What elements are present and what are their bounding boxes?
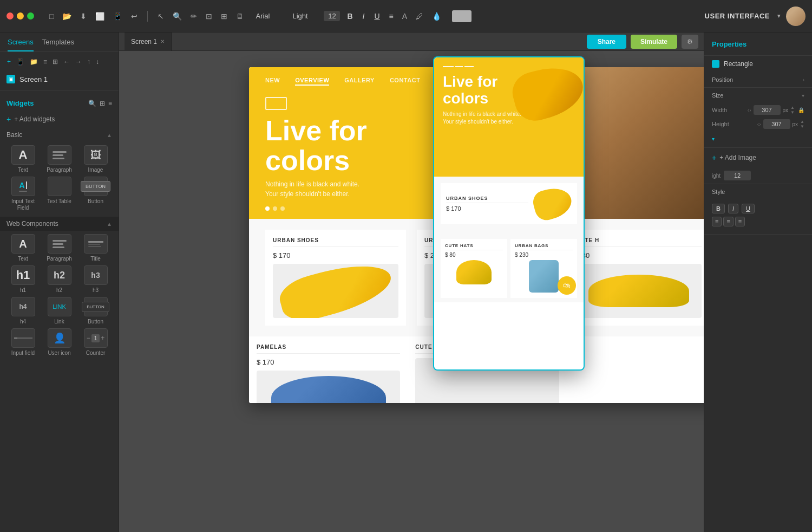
widget-wc-button[interactable]: BUTTON Button (79, 297, 112, 325)
mobile-cart-button[interactable]: 🛍 (558, 276, 576, 295)
screens-nav-down-icon[interactable]: ↓ (94, 56, 101, 67)
toolbar-tool1-icon[interactable]: ⊡ (204, 11, 214, 22)
toolbar-text-color-icon[interactable]: A (400, 11, 409, 22)
widget-paragraph[interactable]: Paragraph (43, 145, 76, 173)
toolbar-tool2-icon[interactable]: ⊞ (219, 11, 230, 22)
widget-image[interactable]: 🖼 Image (79, 145, 112, 173)
category-web-components[interactable]: Web Components ▲ (0, 217, 119, 231)
widget-wc-paragraph[interactable]: Paragraph (43, 234, 76, 262)
nav-overview[interactable]: OVERVIEW (295, 77, 329, 86)
nav-new[interactable]: NEW (265, 77, 280, 86)
widgets-grid-icon[interactable]: ⊞ (100, 100, 105, 107)
screens-grid-icon[interactable]: ⊞ (51, 56, 60, 67)
mode-dropdown-arrow[interactable]: ▾ (777, 12, 781, 20)
toolbar-search-icon[interactable]: 🔍 (171, 11, 184, 22)
widget-wc-title[interactable]: Title (79, 234, 112, 262)
width-down-arrow[interactable]: ▼ (790, 111, 795, 115)
widget-button[interactable]: BUTTON Button (79, 177, 112, 211)
widget-wc-counter[interactable]: − 1 + Counter (79, 328, 112, 356)
align-left-button[interactable]: ≡ (712, 217, 722, 226)
hero-dot-3[interactable] (280, 206, 285, 211)
add-widgets-button[interactable]: + + Add widgets (0, 113, 119, 128)
toolbar-open-icon[interactable]: 📂 (60, 11, 74, 22)
widget-wc-h1[interactable]: h1 h1 (6, 265, 40, 294)
font-italic-button[interactable]: I (360, 11, 368, 22)
style-bold-button[interactable]: B (712, 204, 725, 213)
settings-button[interactable]: ⚙ (682, 35, 698, 49)
add-image-button[interactable]: + + Add Image (704, 148, 812, 167)
toolbar-color-preview[interactable] (452, 10, 472, 22)
toolbar-pencil-icon[interactable]: ✏ (188, 11, 199, 22)
width-up-arrow[interactable]: ▲ (790, 106, 795, 110)
close-window-button[interactable] (6, 12, 14, 20)
widget-wc-input[interactable]: Input field (6, 328, 40, 356)
mobile-preview[interactable]: Live forcolors Nothing in life is black … (433, 56, 585, 371)
screens-list-icon[interactable]: ≡ (42, 56, 49, 67)
size-expand-arrow[interactable]: ▾ (712, 136, 715, 142)
properties-font-size[interactable] (724, 171, 751, 180)
tab-templates[interactable]: Templates (42, 38, 74, 51)
nav-contact[interactable]: CONTACT (390, 77, 420, 86)
font-underline-button[interactable]: U (371, 11, 382, 22)
toolbar-phone-icon[interactable]: 📱 (111, 11, 125, 22)
share-button[interactable]: Share (587, 35, 626, 49)
nav-gallery[interactable]: GALLERY (344, 77, 375, 86)
widget-wc-h2[interactable]: h2 h2 (43, 265, 76, 294)
widget-wc-h4[interactable]: h4 h4 (6, 297, 40, 325)
screens-add-icon[interactable]: + (5, 56, 12, 67)
style-italic-button[interactable]: I (728, 204, 738, 213)
screens-nav-right-icon[interactable]: → (74, 56, 83, 67)
widget-wc-link[interactable]: LINK Link (43, 297, 76, 325)
user-avatar[interactable] (786, 7, 806, 26)
font-size-input[interactable]: 12 (324, 11, 340, 21)
size-section-header[interactable]: Size ▾ (704, 88, 812, 103)
widgets-search-icon[interactable]: 🔍 (88, 100, 96, 107)
height-up-arrow[interactable]: ▲ (800, 120, 804, 124)
width-lock-icon[interactable]: 🔒 (798, 107, 804, 113)
screens-device-icon[interactable]: 📱 (15, 56, 26, 67)
toolbar-color-picker-icon[interactable]: 🖊 (414, 11, 425, 22)
toolbar-rotate-icon[interactable]: ↩ (129, 11, 140, 22)
height-down-arrow[interactable]: ▼ (800, 125, 804, 129)
widget-text[interactable]: A Text (6, 145, 40, 173)
screens-folder-icon[interactable]: 📁 (28, 56, 40, 67)
simulate-button[interactable]: Simulate (631, 35, 677, 49)
screens-nav-up-icon[interactable]: ↑ (86, 56, 92, 67)
canvas-tab-screen1[interactable]: Screen 1 ✕ (125, 33, 172, 51)
canvas-tab-close-icon[interactable]: ✕ (160, 38, 165, 44)
hero-dot-2[interactable] (273, 206, 277, 211)
widget-wc-text[interactable]: A Text (6, 234, 40, 262)
toolbar-align-icon[interactable]: ≡ (387, 11, 396, 22)
toolbar-dropper-icon[interactable]: 💧 (430, 11, 443, 22)
screen-item-1[interactable]: ▣ Screen 1 (0, 72, 119, 87)
widgets-list-icon[interactable]: ≡ (108, 100, 112, 107)
tab-screens[interactable]: Screens (8, 38, 34, 51)
mobile-grid-hats[interactable]: CUTE HATS $ 80 (441, 239, 507, 298)
width-input[interactable] (754, 105, 781, 115)
maximize-window-button[interactable] (27, 12, 34, 20)
widget-wc-user[interactable]: 👤 User icon (43, 328, 76, 356)
align-right-button[interactable]: ≡ (735, 217, 745, 226)
mobile-product-shoes[interactable]: URBAN SHOES $ 170 (441, 183, 577, 224)
toolbar-save-icon[interactable]: ⬇ (78, 11, 89, 22)
hero-dot-1[interactable] (265, 206, 270, 211)
widget-wc-h3[interactable]: h3 h3 (79, 265, 112, 294)
screens-nav-left-icon[interactable]: ← (62, 56, 71, 67)
product-pamelas[interactable]: PAMELAS $ 170 (249, 336, 408, 403)
toolbar-new-icon[interactable]: □ (47, 11, 56, 22)
toolbar-cursor-icon[interactable]: ↖ (155, 11, 166, 22)
font-bold-button[interactable]: B (344, 11, 355, 22)
position-section-header[interactable]: Position › (704, 72, 812, 87)
product-shoes[interactable]: URBAN SHOES $ 170 (265, 230, 406, 326)
align-center-button[interactable]: ≡ (723, 217, 733, 226)
toolbar-monitor-icon[interactable]: 🖥 (234, 11, 246, 22)
toolbar-tablet-icon[interactable]: ⬜ (93, 11, 107, 22)
minimize-window-button[interactable] (17, 12, 24, 20)
style-underline-button[interactable]: U (742, 204, 755, 213)
category-basic[interactable]: Basic ▲ (0, 128, 119, 142)
widget-input-text[interactable]: A Input Text Field (6, 177, 40, 211)
height-input[interactable] (763, 119, 790, 129)
widget-text-table[interactable]: Text Table (43, 177, 76, 211)
mobile-menu-icon[interactable] (443, 66, 575, 67)
product-hats[interactable]: CUTE H $ 80 (568, 230, 704, 326)
